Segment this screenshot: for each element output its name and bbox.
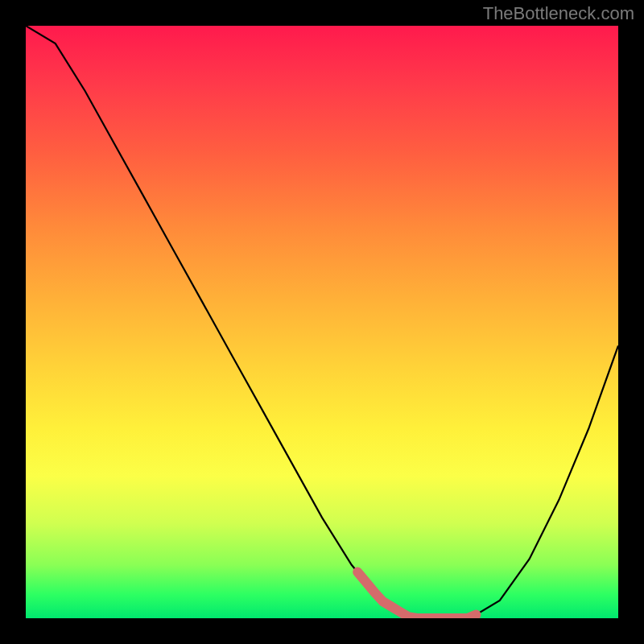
main-curve <box>26 26 618 618</box>
highlight-segment <box>357 572 476 618</box>
chart-plot-area <box>26 26 618 618</box>
watermark-text: TheBottleneck.com <box>483 3 634 24</box>
curve-svg <box>26 26 618 618</box>
